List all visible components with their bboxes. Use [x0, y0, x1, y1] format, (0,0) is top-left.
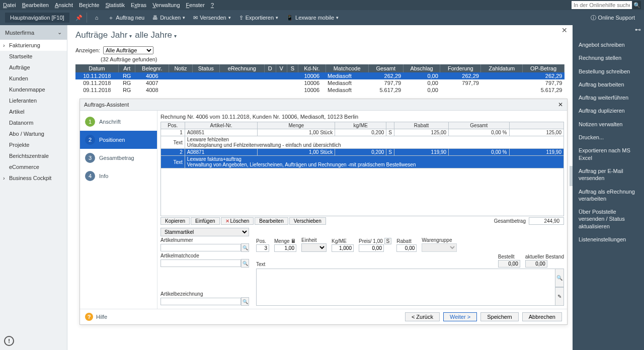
save-button[interactable]: Speichern — [480, 312, 519, 321]
orders-col-v[interactable]: V — [276, 64, 287, 72]
action-auftrag-bearbeiten[interactable]: Auftrag bearbeiten — [573, 78, 644, 91]
help-search-input[interactable] — [572, 1, 632, 9]
next-button[interactable]: Weiter > — [443, 312, 477, 321]
pos-col[interactable]: Gesamt — [449, 122, 509, 129]
online-support-button[interactable]: ⓘOnline Support — [587, 14, 639, 22]
year-dropdown[interactable]: Jahr — [111, 30, 132, 40]
print-button[interactable]: 🖶Drucken — [148, 15, 189, 21]
position-row[interactable]: 1A088511,00 Stück0,200S125,000,00 %125,0… — [161, 129, 564, 136]
pos-col[interactable] — [386, 122, 394, 129]
sidebar-item-abowartung[interactable]: Abo / Wartung — [0, 128, 67, 139]
action-exportieren-nach-ms-exce[interactable]: Exportieren nach MS Excel — [573, 144, 644, 164]
action-auftrag-per-e-mail-verse[interactable]: Auftrag per E-Mail versenden — [573, 164, 644, 185]
sidebar-item-kunden[interactable]: Kunden — [0, 73, 67, 84]
menu-bearbeiten[interactable]: Bearbeiten — [22, 2, 49, 8]
action-bestellung-schreiben[interactable]: Bestellung schreiben — [573, 65, 644, 78]
orders-col-status[interactable]: Status — [192, 64, 220, 72]
menu-datei[interactable]: Datei — [3, 2, 16, 8]
pos-col[interactable] — [509, 122, 564, 129]
copy-button[interactable]: Kopieren — [160, 217, 190, 225]
action-notizen-verwalten[interactable]: Notizen verwalten — [573, 118, 644, 131]
sidebar-item-lieferanten[interactable]: Lieferanten — [0, 95, 67, 106]
send-button[interactable]: ✉Versenden — [189, 15, 235, 21]
back-button[interactable]: < Zurück — [405, 312, 440, 321]
sidebar-item-kundenmappe[interactable]: Kundenmappe — [0, 84, 67, 95]
einheit-select[interactable] — [301, 243, 327, 252]
orders-col-datum[interactable]: Datum — [75, 64, 119, 72]
position-text-row[interactable]: TextLexware fehlzeitenUrlaubsplanung und… — [161, 136, 564, 149]
action-rechnung-stellen[interactable]: Rechnung stellen — [573, 51, 644, 64]
help-search-button[interactable]: 🔍 — [633, 1, 641, 9]
panel-handle[interactable] — [570, 166, 573, 186]
orders-col-zahldatum[interactable]: Zahldatum — [481, 64, 523, 72]
sidebar-item-berichtszentrale[interactable]: Berichtszentrale — [0, 150, 67, 161]
orders-col-kdnr[interactable]: Kd-Nr. — [298, 64, 326, 72]
menu-ansicht[interactable]: Ansicht — [55, 2, 73, 8]
action-angebot-schreiben[interactable]: Angebot schreiben — [573, 38, 644, 51]
new-order-button[interactable]: ＋Auftrag neu — [104, 14, 148, 22]
wizard-step-anschrift[interactable]: 1Anschrift — [80, 113, 157, 131]
help-link[interactable]: ?Hilfe — [85, 313, 107, 321]
pos-col[interactable]: Rabatt — [394, 122, 448, 129]
cancel-button[interactable]: Abbrechen — [522, 312, 562, 321]
main-navigation-label[interactable]: Hauptnavigation [F10] — [5, 13, 69, 23]
action-auftrag-als-erechnung-ve[interactable]: Auftrag als eRechnung verarbeiten — [573, 185, 644, 206]
sidebar-item-auftrge[interactable]: Aufträge — [0, 62, 67, 73]
sidebar-item-fakturierung[interactable]: Fakturierung — [0, 40, 67, 51]
pos-col[interactable]: Artikel-Nr. — [185, 122, 258, 129]
menu-statistik[interactable]: Statistik — [105, 2, 125, 8]
sidebar-item-businesscockpit[interactable]: Business Cockpit — [0, 172, 67, 184]
action-drucken---[interactable]: Drucken... — [573, 131, 644, 144]
orders-col-erechnung[interactable]: eRechnung — [220, 64, 265, 72]
kgme-input[interactable] — [332, 244, 354, 252]
preis-input[interactable] — [359, 244, 384, 252]
orders-col-d[interactable]: D — [264, 64, 276, 72]
rabatt-input[interactable] — [396, 244, 417, 252]
year-filter-dropdown[interactable]: alle Jahre — [135, 30, 177, 40]
artikelmatchcode-search-icon[interactable]: 🔍 — [241, 259, 249, 268]
menu-verwaltung[interactable]: Verwaltung — [152, 2, 180, 8]
orders-col-s[interactable]: S — [287, 64, 298, 72]
pos-col[interactable]: Menge — [258, 122, 335, 129]
sidebar-item-ecommerce[interactable]: eCommerce — [0, 161, 67, 172]
menu-help[interactable]: ? — [211, 2, 214, 8]
artikelnummer-input[interactable] — [160, 244, 241, 251]
positions-empty-area[interactable] — [160, 168, 564, 216]
filter-select[interactable]: Alle Aufträge — [103, 46, 153, 54]
unpin-icon[interactable]: ⊷ — [635, 26, 641, 33]
paste-button[interactable]: Einfügen — [191, 217, 219, 225]
mobile-button[interactable]: 📱Lexware mobile — [282, 15, 343, 21]
sidebar-item-datanorm[interactable]: Datanorm — [0, 117, 67, 128]
wizard-step-info[interactable]: 4Info — [80, 167, 157, 185]
artikelmatchcode-input[interactable] — [160, 259, 241, 267]
menu-fenster[interactable]: Fenster — [186, 2, 205, 8]
stammartikel-select[interactable]: Stammartikel — [160, 228, 249, 236]
orders-col-gesamt[interactable]: Gesamt — [368, 64, 403, 72]
text-textarea[interactable] — [256, 269, 555, 306]
text-zoom-icon[interactable]: 🔍 — [555, 269, 564, 287]
delete-button[interactable]: ✕Löschen — [221, 217, 254, 225]
action-auftrag-weiterf-hren[interactable]: Auftrag weiterführen — [573, 91, 644, 104]
export-button[interactable]: ⇪Exportieren — [235, 15, 282, 21]
pos-input[interactable] — [256, 244, 269, 252]
menu-berichte[interactable]: Berichte — [79, 2, 99, 8]
action-listeneinstellungen[interactable]: Listeneinstellungen — [573, 233, 644, 246]
move-button[interactable]: Verschieben — [289, 217, 326, 225]
artikelbezeichnung-search-icon[interactable]: 🔍 — [241, 297, 249, 306]
orders-col-art[interactable]: Art — [119, 64, 135, 72]
artikelnummer-search-icon[interactable]: 🔍 — [241, 243, 249, 252]
pos-col[interactable]: Pos. — [161, 122, 185, 129]
table-row[interactable]: 09.11.2018RG400710006Mediasoft797,790,00… — [75, 79, 565, 86]
table-row[interactable]: 10.11.2018RG400610006Mediasoft262,290,00… — [75, 72, 565, 79]
edit-button[interactable]: Bearbeiten — [255, 217, 288, 225]
sidebar-item-projekte[interactable]: Projekte — [0, 139, 67, 150]
company-header[interactable]: Musterfirma⌄ — [0, 25, 67, 40]
wizard-close-icon[interactable]: ✕ — [558, 101, 563, 108]
menge-input[interactable] — [274, 244, 296, 252]
orders-col-abschlag[interactable]: Abschlag — [403, 64, 440, 72]
pin-icon[interactable]: 📌 — [75, 15, 83, 21]
orders-col-matchcode[interactable]: Matchcode — [326, 64, 368, 72]
artikelbezeichnung-input[interactable] — [160, 298, 241, 305]
table-row[interactable]: 09.11.2018RG400810006Mediasoft5.617,290,… — [75, 86, 565, 94]
wizard-step-positionen[interactable]: 2Positionen — [80, 131, 157, 149]
